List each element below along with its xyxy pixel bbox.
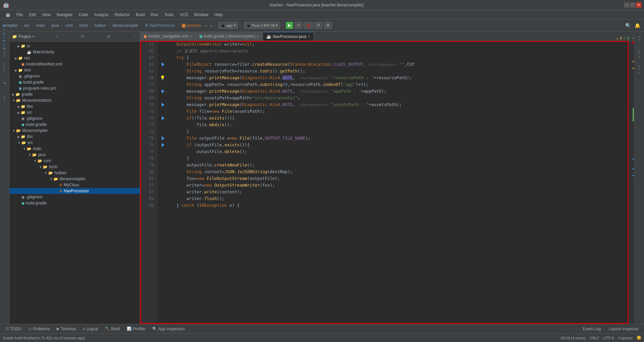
tree-item-gitignore[interactable]: ◼.gitignore [9, 73, 140, 79]
debug-button[interactable]: 🐞 [304, 22, 313, 29]
tree-item-gitignore[interactable]: ◼.gitignore [9, 115, 140, 121]
tree-item-com[interactable]: ▼📂com [9, 158, 140, 164]
tab-build-gradle[interactable]: ◼ build.gradle (:libnavcompiler) ✕ [196, 32, 263, 41]
tree-item-mainactivity[interactable]: ☕MainActivity [9, 49, 140, 55]
tab-close-xml[interactable]: ✕ [190, 35, 192, 38]
tree-item-gradle[interactable]: ▶📁gradle [9, 91, 140, 97]
menu-item-tools[interactable]: Tools [162, 11, 176, 18]
project-icon[interactable]: Project [1, 33, 9, 41]
code-line-73[interactable]: file.mkdirs(); [160, 121, 629, 128]
tree-item-src[interactable]: ▶📁src [9, 109, 140, 115]
tree-item-libnavannotation[interactable]: ▼📂libnavannotation [9, 97, 140, 103]
tree-item-proguardrulespro[interactable]: ◼proguard-rules.pro [9, 85, 140, 91]
project-panel-sync[interactable]: ⟳ [79, 34, 86, 40]
tab-todo[interactable]: ☑ TODO [3, 326, 24, 332]
code-line-75[interactable]: File outputFile =new File(file,OUTPUT_FI… [160, 135, 629, 142]
code-line-78[interactable]: } [160, 155, 629, 162]
code-line-77[interactable]: outputFile.delete(); [160, 148, 629, 155]
project-panel-hide[interactable]: − [132, 34, 137, 40]
breadcrumb-bszh[interactable]: bszh [79, 23, 88, 28]
code-line-82[interactable]: writer=new OutputStreamWriter(fos); [160, 182, 629, 189]
tab-close-navprocessor[interactable]: ✕ [308, 35, 310, 38]
tree-item-libnavcompiler[interactable]: ▼📂libnavcompiler [9, 176, 140, 182]
tree-item-myclass[interactable]: ⚙MyClass [9, 182, 140, 188]
tab-event-log[interactable]: Event Log [580, 326, 603, 332]
tree-item-libnavcompiler[interactable]: ▼📂libnavcompiler [9, 128, 140, 134]
menu-item-code[interactable]: Code [76, 11, 91, 18]
project-panel-add[interactable]: + [54, 34, 59, 40]
maximize-button[interactable]: □ [630, 2, 635, 8]
device-file-explorer-icon[interactable]: DFE [636, 50, 644, 58]
menu-item-build[interactable]: Build [133, 11, 148, 18]
code-line-81[interactable]: fos=new FileOutputStream(outputFile); [160, 175, 629, 182]
code-line-80[interactable]: String content=JSON.toJSONString(destMap… [160, 168, 629, 175]
menu-item-run[interactable]: Run [148, 11, 161, 18]
refresh-button[interactable]: ↺ [294, 22, 302, 29]
code-line-74[interactable]: } [160, 128, 629, 135]
tree-item-src[interactable]: ▼📂src [9, 140, 140, 146]
tree-item-libs[interactable]: ▶📁libs [9, 134, 140, 140]
breadcrumb-com[interactable]: com [65, 23, 73, 28]
tab-close-gradle[interactable]: ✕ [257, 35, 259, 38]
device-dropdown[interactable]: 📱 Pixel 2 API 30 ▾ [244, 22, 280, 29]
bulb-icon[interactable]: 💡 [160, 75, 165, 81]
expand-icon[interactable]: ▾ [632, 36, 635, 41]
settings-button[interactable]: ⚙ [324, 22, 332, 29]
code-line-72[interactable]: if(!file.exists()){ [160, 115, 629, 121]
structure-icon[interactable]: Str [1, 64, 9, 72]
tab-app-inspection[interactable]: 🔍 App Inspection [150, 326, 187, 332]
code-line-67[interactable]: String appPath= resourcePath.substring(0… [160, 81, 629, 88]
tree-item-ui[interactable]: ▶📁ui [9, 43, 140, 49]
tree-item-gitignore[interactable]: ◼.gitignore [9, 194, 140, 200]
tree-item-buildgradle[interactable]: ◼build.gradle [9, 79, 140, 85]
tree-item-bszh[interactable]: ▼📂bszh [9, 164, 140, 170]
breadcrumb-java[interactable]: java [51, 23, 59, 28]
code-line-70[interactable]: messager.printMessage(Diagnostic.Kind.NO… [160, 101, 629, 108]
tab-mobile-navigation[interactable]: ◼ mobile_navigation.xml ✕ [140, 32, 196, 41]
code-line-66[interactable]: 💡 messager.printMessage(Diagnostic.Kind.… [160, 75, 629, 81]
menu-item-analyze[interactable]: Analyze [92, 11, 111, 18]
menu-item-window[interactable]: Window [191, 11, 211, 18]
tree-item-main[interactable]: ▼📂main [9, 146, 140, 152]
notifications-button[interactable]: 🔔 [633, 21, 641, 30]
tree-item-buildgradle[interactable]: ◼build.gradle [9, 200, 140, 206]
code-line-65[interactable]: String resourcePath=resource.toUri().get… [160, 68, 629, 75]
tree-item-buildgradle[interactable]: ◼build.gradle [9, 121, 140, 128]
code-line-71[interactable]: File file=new File(assetsPath); [160, 108, 629, 115]
indent-size[interactable]: 4 spaces [618, 336, 633, 340]
menu-item-[interactable]: 🤖 [3, 11, 13, 18]
charset[interactable]: UTF-8 [603, 336, 614, 340]
menu-item-file[interactable]: File [14, 11, 25, 18]
tab-build[interactable]: 🔨 Build [102, 326, 123, 332]
code-line-84[interactable]: writer.flush(); [160, 195, 629, 202]
tree-item-java[interactable]: ▼📂java [9, 152, 140, 158]
build-variants-icon[interactable]: BV [1, 95, 9, 103]
tree-item-huiban[interactable]: ▼📂huiban [9, 170, 140, 176]
search-button[interactable]: 🔍 [624, 21, 632, 30]
code-content[interactable]: OutputStreamWriter writer=null; // 生成到 a… [157, 41, 629, 324]
tab-profiler[interactable]: 📊 Profiler [124, 326, 148, 332]
menu-item-refactor[interactable]: Refactor [112, 11, 132, 18]
code-editor[interactable]: 6162636465666768697071727374757677787980… [140, 41, 635, 324]
tree-item-libs[interactable]: ▶📁libs [9, 103, 140, 109]
cursor-position[interactable]: 66:59 (4 chars) [561, 336, 586, 340]
emulator-icon[interactable]: Emu [636, 65, 644, 73]
breadcrumb-main[interactable]: main [36, 23, 45, 28]
breadcrumb-src[interactable]: src [24, 23, 30, 28]
project-panel-settings[interactable]: ⚙ [106, 34, 112, 40]
code-line-64[interactable]: FileObject resource=filer.createResource… [160, 61, 629, 68]
menu-item-navigate[interactable]: Navigate [54, 11, 75, 18]
run-button[interactable]: ▶ [286, 22, 293, 29]
resource-manager-icon[interactable]: Res [1, 48, 9, 56]
code-line-69[interactable]: String assetsPath=appPath+"src/main/asse… [160, 95, 629, 101]
close-button[interactable]: ✕ [636, 2, 641, 8]
code-line-62[interactable]: // 生成到 app/src/main/assets [160, 48, 629, 54]
code-line-68[interactable]: messager.printMessage(Diagnostic.Kind.NO… [160, 88, 629, 95]
menu-item-edit[interactable]: Edit [26, 11, 39, 18]
tree-item-navprocessor[interactable]: ⚙NavProcessor [9, 188, 140, 194]
favorites-icon[interactable]: ★ [1, 79, 9, 87]
tab-problems[interactable]: ⚠ Problems [25, 326, 53, 332]
breadcrumb-navprocessor[interactable]: ⚙ NavProcessor [145, 23, 175, 28]
code-line-79[interactable]: outputFile.createNewFile(); [160, 162, 629, 168]
breadcrumb-huiban[interactable]: huiban [94, 23, 106, 28]
